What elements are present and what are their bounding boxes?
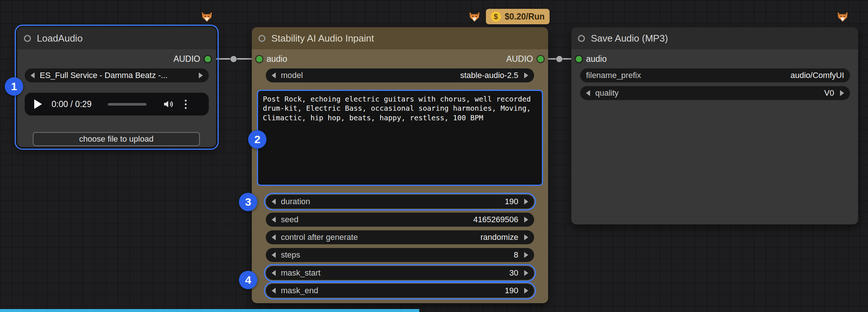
node-graph-canvas[interactable]: LoadAudio AUDIO ES_Full Service - Damma … xyxy=(0,0,868,312)
prompt-textarea[interactable]: Post Rock, echoing electric guitars with… xyxy=(257,90,543,186)
widget-label: quality xyxy=(595,88,619,98)
widget-label: mask_end xyxy=(281,286,318,295)
widget-label: model xyxy=(281,71,303,80)
step-badge-1: 1 xyxy=(5,77,23,96)
run-cost-badge: $ $0.20/Run xyxy=(486,9,550,24)
audio-output-port[interactable] xyxy=(537,56,544,62)
control-after-generate-widget[interactable]: control after generate randomize xyxy=(266,230,534,244)
widget-label: duration xyxy=(281,197,310,206)
quality-widget[interactable]: quality V0 xyxy=(580,86,850,100)
widget-value: audio/ComfyUI xyxy=(790,71,844,80)
run-cost-label: $0.20/Run xyxy=(505,12,545,22)
decrement-arrow-icon[interactable] xyxy=(272,72,276,78)
node-title: Save Audio (MP3) xyxy=(591,33,668,44)
decrement-arrow-icon[interactable] xyxy=(272,199,276,205)
player-menu-icon[interactable] xyxy=(185,100,187,109)
fox-icon xyxy=(201,10,213,23)
filename-prefix-widget[interactable]: filename_prefix audio/ComfyUI xyxy=(580,68,850,82)
fox-icon xyxy=(836,10,849,23)
audio-file-name: ES_Full Service - Damma Beatz -... xyxy=(40,71,194,80)
collapse-dot-icon[interactable] xyxy=(258,35,265,42)
step-badge-3: 3 xyxy=(239,193,257,211)
audio-input-port[interactable] xyxy=(576,56,582,62)
link-midpoint-dot xyxy=(556,56,562,62)
increment-arrow-icon[interactable] xyxy=(524,234,528,240)
play-icon[interactable] xyxy=(34,99,42,109)
audio-output-port[interactable] xyxy=(205,56,211,62)
fox-icon xyxy=(468,10,481,23)
widget-value: 8 xyxy=(514,250,518,260)
mask-end-widget[interactable]: mask_end 190 xyxy=(266,284,534,298)
audio-input-label: audio xyxy=(267,54,287,64)
player-progress-bar[interactable] xyxy=(108,103,147,106)
node-stability-audio-inpaint[interactable]: Stability AI Audio Inpaint audio AUDIO m… xyxy=(252,27,548,303)
increment-arrow-icon[interactable] xyxy=(524,252,528,258)
widget-label: control after generate xyxy=(281,233,358,242)
increment-arrow-icon[interactable] xyxy=(524,199,528,205)
link-midpoint-dot xyxy=(230,56,237,62)
decrement-arrow-icon[interactable] xyxy=(272,234,276,240)
audio-input-port[interactable] xyxy=(256,56,262,62)
increment-arrow-icon[interactable] xyxy=(524,270,528,276)
choose-file-upload-button[interactable]: choose file to upload xyxy=(33,132,200,146)
increment-arrow-icon[interactable] xyxy=(524,217,528,223)
bottom-accent-bar xyxy=(0,309,419,312)
volume-icon[interactable] xyxy=(163,99,174,110)
decrement-arrow-icon[interactable] xyxy=(272,252,276,258)
node-header-load-audio[interactable]: LoadAudio xyxy=(17,27,216,50)
widget-value: randomize xyxy=(480,233,518,242)
widget-value: 4165269506 xyxy=(473,215,518,224)
prev-file-arrow-icon[interactable] xyxy=(31,72,35,78)
increment-arrow-icon[interactable] xyxy=(840,90,844,96)
widget-value: 190 xyxy=(505,286,518,295)
increment-arrow-icon[interactable] xyxy=(524,288,528,294)
widget-label: seed xyxy=(281,215,299,224)
node-save-audio-mp3[interactable]: Save Audio (MP3) audio filename_prefix a… xyxy=(571,27,858,224)
widget-value: V0 xyxy=(824,88,834,98)
collapse-dot-icon[interactable] xyxy=(578,35,585,42)
audio-input-label: audio xyxy=(586,54,607,64)
decrement-arrow-icon[interactable] xyxy=(272,288,276,294)
widget-value: 30 xyxy=(509,268,518,278)
node-header-save-audio[interactable]: Save Audio (MP3) xyxy=(571,27,858,50)
mask-start-widget[interactable]: mask_start 30 xyxy=(266,266,534,280)
node-title: Stability AI Audio Inpaint xyxy=(271,33,374,44)
node-header-stability-inpaint[interactable]: Stability AI Audio Inpaint xyxy=(252,27,548,50)
collapse-dot-icon[interactable] xyxy=(24,35,31,42)
step-badge-2: 2 xyxy=(248,130,267,149)
step-badge-4: 4 xyxy=(239,271,257,289)
next-file-arrow-icon[interactable] xyxy=(199,72,203,78)
audio-output-label: AUDIO xyxy=(506,54,533,64)
player-time: 0:00 / 0:29 xyxy=(52,99,92,109)
increment-arrow-icon[interactable] xyxy=(524,72,528,78)
node-load-audio[interactable]: LoadAudio AUDIO ES_Full Service - Damma … xyxy=(17,27,216,147)
widget-value: stable-audio-2.5 xyxy=(460,71,518,80)
widget-label: mask_start xyxy=(281,268,321,278)
model-widget[interactable]: model stable-audio-2.5 xyxy=(266,68,534,82)
decrement-arrow-icon[interactable] xyxy=(586,90,590,96)
audio-file-selector[interactable]: ES_Full Service - Damma Beatz -... xyxy=(25,68,209,82)
dollar-icon: $ xyxy=(491,11,501,22)
decrement-arrow-icon[interactable] xyxy=(272,270,276,276)
audio-player[interactable]: 0:00 / 0:29 xyxy=(25,93,209,116)
decrement-arrow-icon[interactable] xyxy=(272,217,276,223)
seed-widget[interactable]: seed 4165269506 xyxy=(266,213,534,227)
node-title: LoadAudio xyxy=(37,33,82,44)
duration-widget[interactable]: duration 190 xyxy=(266,195,534,209)
steps-widget[interactable]: steps 8 xyxy=(266,248,534,262)
widget-value: 190 xyxy=(505,197,518,206)
widget-label: filename_prefix xyxy=(586,71,641,80)
widget-label: steps xyxy=(281,250,300,260)
audio-output-label: AUDIO xyxy=(173,54,200,64)
